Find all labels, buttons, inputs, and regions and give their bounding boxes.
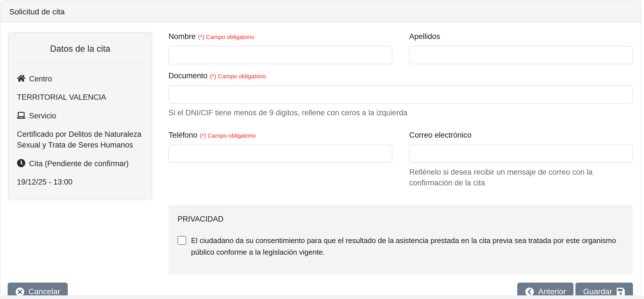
correo-field-group: Correo electrónico Rellénelo si desea re… [409,131,633,188]
appointment-request-card: Solicitud de cita Datos de la cita Centr… [1,1,641,296]
chevron-left-circle-icon [525,287,534,296]
appointment-status-label: Cita (Pendiente de confirmar) [29,159,129,168]
center-label: Centro [29,75,52,83]
card-header: Solicitud de cita [1,1,641,23]
appointment-datetime: 19/12/25 - 13:00 [17,177,143,187]
consent-row: El ciudadano da su consentimiento para q… [178,235,624,258]
center-value: TERRITORIAL VALENCIA [17,92,143,103]
telefono-required-note: (*) Campo obligatorio [200,132,256,139]
consent-checkbox[interactable] [178,236,186,245]
clock-icon [17,159,25,167]
apellidos-field-group: Apellidos [409,32,633,64]
home-icon [17,74,25,83]
laptop-icon [17,111,25,120]
save-button-label: Guardar [583,287,612,296]
apellidos-input[interactable] [409,46,633,64]
panel-title: Datos de la cita [17,44,143,54]
appointment-status-item: Cita (Pendiente de confirmar) [17,158,143,169]
cancel-button[interactable]: Cancelar [8,283,68,296]
save-button[interactable]: Guardar [575,283,633,296]
footer-actions: Cancelar Anterior Guardar [1,274,641,296]
service-label: Servicio [29,112,56,120]
correo-helper-text: Rellénelo si desea recibir un mensaje de… [409,167,633,188]
documento-field-group: Documento(*) Campo obligatorio Si el DNI… [168,72,633,118]
nombre-input[interactable] [168,46,392,64]
card-body: Datos de la cita Centro TERRITORIAL VALE… [1,23,641,274]
telefono-input[interactable] [168,145,392,163]
privacy-title: PRIVACIDAD [178,215,624,224]
page-bottom-strip [0,296,644,299]
save-icon [616,287,625,296]
panel-divider [17,62,143,63]
times-circle-icon [15,287,25,296]
telefono-label: Teléfono(*) Campo obligatorio [168,131,392,140]
nombre-required-note: (*) Campo obligatorio [198,34,254,40]
correo-input[interactable] [409,145,633,163]
appointment-data-panel: Datos de la cita Centro TERRITORIAL VALE… [8,32,152,200]
center-label-item: Centro [17,73,143,84]
documento-helper-text: Si el DNI/CIF tiene menos de 9 digitos, … [168,108,633,118]
page-title: Solicitud de cita [9,7,65,16]
service-value: Certificado por Delitos de Naturaleza Se… [17,129,143,151]
previous-button-label: Anterior [538,287,566,296]
appointment-form: Nombre(*) Campo obligatorio Apellidos Do… [168,32,633,274]
previous-button[interactable]: Anterior [517,283,573,296]
consent-text: El ciudadano da su consentimiento para q… [191,235,624,258]
telefono-field-group: Teléfono(*) Campo obligatorio [168,131,392,188]
nombre-field-group: Nombre(*) Campo obligatorio [168,32,392,64]
documento-label: Documento(*) Campo obligatorio [168,72,633,80]
service-label-item: Servicio [17,110,143,121]
privacy-section: PRIVACIDAD El ciudadano da su consentimi… [168,205,633,274]
documento-required-note: (*) Campo obligatorio [210,73,266,79]
correo-label: Correo electrónico [409,131,633,140]
apellidos-label: Apellidos [409,32,633,41]
nombre-label: Nombre(*) Campo obligatorio [168,32,392,41]
documento-input[interactable] [168,85,633,103]
right-button-group: Anterior Guardar [517,283,633,296]
cancel-button-label: Cancelar [29,287,60,296]
